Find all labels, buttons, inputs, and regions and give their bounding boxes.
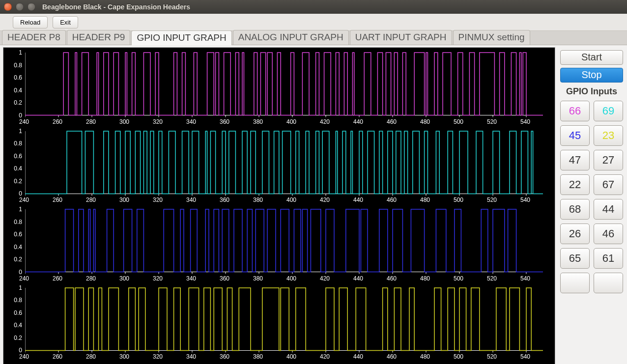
tab-pinmux-setting[interactable]: PINMUX setting	[453, 30, 530, 45]
chart-gpio-69: 00.20.40.60.8124026028030032034036038040…	[25, 129, 543, 207]
gpio-button-47[interactable]: 47	[560, 150, 590, 170]
maximize-icon[interactable]	[28, 3, 35, 11]
tab-analog-input-graph[interactable]: ANALOG INPUT GRAPH	[233, 30, 349, 45]
tab-gpio-input-graph[interactable]: GPIO INPUT GRAPH	[131, 30, 231, 45]
gpio-button-empty[interactable]	[594, 273, 623, 293]
gpio-button-67[interactable]: 67	[594, 174, 623, 195]
close-icon[interactable]	[4, 3, 12, 11]
gpio-button-65[interactable]: 65	[560, 248, 590, 269]
tab-strip: HEADER P8HEADER P9GPIO INPUT GRAPHANALOG…	[0, 31, 627, 45]
gpio-button-23[interactable]: 23	[594, 125, 623, 146]
chart-gpio-23: 00.20.40.60.8124026028030032034036038040…	[25, 286, 543, 364]
gpio-button-61[interactable]: 61	[594, 248, 623, 269]
chart-gpio-45: 00.20.40.60.8124026028030032034036038040…	[25, 207, 543, 285]
gpio-button-68[interactable]: 68	[560, 199, 590, 220]
window-titlebar: Beaglebone Black - Cape Expansion Header…	[0, 0, 627, 14]
chart-gpio-66: 00.20.40.60.8124026028030032034036038040…	[25, 51, 543, 128]
gpio-inputs-title: GPIO Inputs	[566, 86, 617, 97]
toolbar: Reload Exit	[0, 14, 627, 31]
tab-uart-input-graph[interactable]: UART INPUT GRAPH	[350, 30, 452, 45]
minimize-icon[interactable]	[16, 3, 24, 11]
reload-button[interactable]: Reload	[13, 16, 48, 28]
gpio-button-45[interactable]: 45	[560, 125, 590, 146]
stop-button[interactable]: Stop	[560, 68, 623, 83]
exit-button[interactable]: Exit	[53, 16, 78, 28]
tab-header-p9[interactable]: HEADER P9	[67, 30, 131, 45]
gpio-button-44[interactable]: 44	[594, 199, 623, 220]
tab-header-p8[interactable]: HEADER P8	[2, 30, 66, 45]
gpio-button-46[interactable]: 46	[594, 224, 623, 244]
start-button[interactable]: Start	[560, 50, 623, 65]
gpio-button-66[interactable]: 66	[560, 101, 590, 121]
plot-panel: 00.20.40.60.8124026028030032034036038040…	[3, 47, 555, 364]
gpio-button-69[interactable]: 69	[594, 101, 623, 121]
side-panel: Start Stop GPIO Inputs 66694523472722676…	[559, 47, 624, 364]
window-title: Beaglebone Black - Cape Expansion Header…	[42, 3, 190, 11]
gpio-grid: 6669452347272267684426466561	[560, 101, 623, 293]
gpio-button-26[interactable]: 26	[560, 224, 590, 244]
gpio-button-27[interactable]: 27	[594, 150, 623, 170]
gpio-button-empty[interactable]	[560, 273, 590, 293]
gpio-button-22[interactable]: 22	[560, 174, 590, 195]
